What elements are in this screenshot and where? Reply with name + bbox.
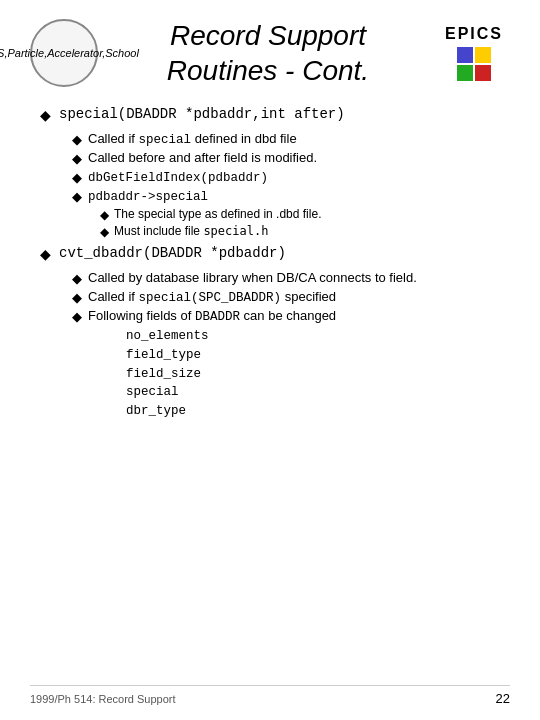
sub-2-3: ◆ Following fields of DBADDR can be chan… (72, 308, 510, 324)
sub-sub-1-diamond: ◆ (100, 208, 109, 222)
code-block: no_elements field_type field_size specia… (126, 327, 510, 421)
slide-page: US,Particle,Accelerator,School Record Su… (0, 0, 540, 720)
epics-row-1 (457, 47, 491, 63)
logo: US,Particle,Accelerator,School (30, 19, 98, 87)
bullet-2: ◆ cvt_dbaddr(DBADDR *pdbaddr) (40, 245, 510, 262)
slide-content: ◆ special(DBADDR *pdbaddr,int after) ◆ C… (30, 106, 510, 421)
sub-1-2-diamond: ◆ (72, 151, 82, 166)
slide-title: Record Support Routines - Cont. (98, 18, 438, 88)
sub-1-3-diamond: ◆ (72, 170, 82, 185)
sub-sub-1: ◆ The special type as defined in .dbd fi… (100, 207, 510, 222)
bullet-2-subs: ◆ Called by database library when DB/CA … (72, 270, 510, 421)
sq-green (457, 65, 473, 81)
footer-course: 1999/Ph 514: Record Support (30, 693, 176, 705)
sub-sub-2-diamond: ◆ (100, 225, 109, 239)
sub-1-4-diamond: ◆ (72, 189, 82, 204)
sub-2-1-diamond: ◆ (72, 271, 82, 286)
sub-sub-list-1: ◆ The special type as defined in .dbd fi… (100, 207, 510, 239)
sq-yellow (475, 47, 491, 63)
bullet-2-label: cvt_dbaddr(DBADDR *pdbaddr) (59, 245, 286, 261)
sub-sub-2-text: Must include file special.h (114, 224, 268, 238)
sub-2-3-text: Following fields of DBADDR can be change… (88, 308, 336, 324)
sub-2-1: ◆ Called by database library when DB/CA … (72, 270, 510, 286)
sub-2-2: ◆ Called if special(SPC_DBADDR) specifie… (72, 289, 510, 305)
bullet-1-subs: ◆ Called if special defined in dbd file … (72, 131, 510, 239)
sub-1-2: ◆ Called before and after field is modif… (72, 150, 510, 166)
bullet-2-diamond: ◆ (40, 246, 51, 262)
sub-2-1-text: Called by database library when DB/CA co… (88, 270, 417, 285)
epics-label: EPICS (445, 25, 503, 43)
sub-1-2-text: Called before and after field is modifie… (88, 150, 317, 165)
title-line2: Routines - Cont. (167, 55, 369, 86)
sq-red (475, 65, 491, 81)
slide-footer: 1999/Ph 514: Record Support 22 (30, 685, 510, 706)
bullet-1-label: special(DBADDR *pdbaddr,int after) (59, 106, 345, 122)
code-line-4: special (126, 383, 510, 402)
code-line-3: field_size (126, 365, 510, 384)
sub-sub-1-text: The special type as defined in .dbd file… (114, 207, 321, 221)
sub-1-4-text: pdbaddr->special (88, 188, 208, 204)
title-text: Record Support Routines - Cont. (98, 18, 438, 88)
footer-page-number: 22 (496, 691, 510, 706)
sub-1-3-text: dbGetFieldIndex(pdbaddr) (88, 169, 268, 185)
sub-2-2-diamond: ◆ (72, 290, 82, 305)
epics-row-2 (457, 65, 491, 81)
sub-2-2-text: Called if special(SPC_DBADDR) specified (88, 289, 336, 305)
slide-header: US,Particle,Accelerator,School Record Su… (30, 18, 510, 88)
sub-1-3: ◆ dbGetFieldIndex(pdbaddr) (72, 169, 510, 185)
epics-logo: EPICS (438, 25, 510, 81)
bullet-1: ◆ special(DBADDR *pdbaddr,int after) (40, 106, 510, 123)
epics-squares (457, 47, 491, 81)
title-line1: Record Support (170, 20, 366, 51)
sub-1-1: ◆ Called if special defined in dbd file (72, 131, 510, 147)
code-line-5: dbr_type (126, 402, 510, 421)
sq-blue (457, 47, 473, 63)
sub-2-3-diamond: ◆ (72, 309, 82, 324)
sub-1-4: ◆ pdbaddr->special (72, 188, 510, 204)
sub-1-1-text: Called if special defined in dbd file (88, 131, 297, 147)
bullet-1-diamond: ◆ (40, 107, 51, 123)
sub-1-1-diamond: ◆ (72, 132, 82, 147)
code-line-1: no_elements (126, 327, 510, 346)
sub-sub-2: ◆ Must include file special.h (100, 224, 510, 239)
code-line-2: field_type (126, 346, 510, 365)
